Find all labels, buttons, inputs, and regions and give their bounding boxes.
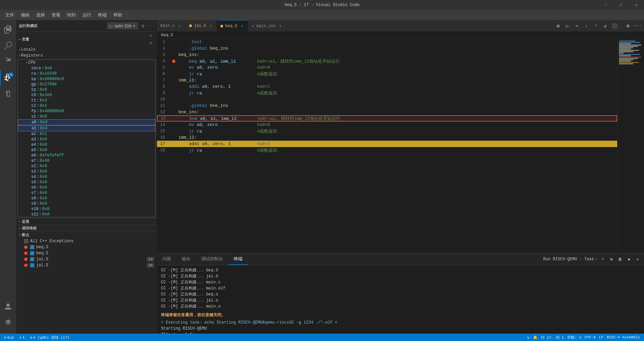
menu-help[interactable]: 帮助 [111,11,125,19]
tab-main-c[interactable]: main.c ✕ [157,20,186,31]
status-bell-icon[interactable]: 🔔 [532,335,539,340]
panel-tab-terminal[interactable]: 终端 [228,254,248,265]
panel-split-icon[interactable]: ⊞ [608,256,615,263]
register-row-t1[interactable]: t1:0x3 [18,98,155,103]
cpu-section-header[interactable]: ▾ CPU [18,60,155,66]
register-row-s7[interactable]: s7:0x0 [18,190,155,196]
tab-beq-s[interactable]: beq.S ✕ [217,20,248,31]
register-row-zero[interactable]: zero:0x0 [18,66,155,71]
extensions-icon[interactable] [0,86,16,102]
register-row-sp[interactable]: sp:0x408006c0 [18,76,155,82]
register-row-s1[interactable]: s1:0x0 [18,114,155,119]
register-row-gp[interactable]: gp:0x27940 [18,82,155,87]
debug-settings-icon[interactable]: ⚙ [140,22,146,29]
status-bp-count[interactable]: ✕ 1 [18,335,26,340]
close-button[interactable]: ✕ [629,0,644,10]
registers-section-header[interactable]: ▾ Registers [16,53,157,59]
register-row-tp[interactable]: tp:0x0 [18,87,155,92]
register-row-ra[interactable]: ra:0x10248 [18,71,155,76]
register-row-a1[interactable]: a1:0x4 [18,125,155,131]
tab-main-ins-close[interactable]: ✕ [278,23,283,28]
debug-icon[interactable]: 1 [0,70,16,86]
register-row-s10[interactable]: s10:0x0 [18,206,155,212]
register-row-a5[interactable]: a5:0x0 [18,147,155,153]
debug-play-button[interactable]: ▷ (gdb) 启动 ▼ [107,22,138,29]
debug-more-icon[interactable]: ··· [148,22,154,29]
register-row-t0[interactable]: t0:0x3e8 [18,92,155,98]
register-row-s3[interactable]: s3:0x0 [18,169,155,174]
bp-item-jal-2[interactable]: ✓ jal.S 16 [16,262,157,268]
menu-select[interactable]: 选择 [34,11,48,19]
bp-item-all-exceptions[interactable]: ✓ All C++ Exceptions [16,238,157,244]
variables-section-header[interactable]: ▾ 变量 + ↻ [16,32,157,47]
menu-terminal[interactable]: 终端 [95,11,109,19]
register-row-s8[interactable]: s8:0x0 [18,196,155,201]
menu-run[interactable]: 运行 [80,11,94,19]
register-row-a0[interactable]: a0:0x3 [18,119,155,125]
register-row-s4[interactable]: s4:0x0 [18,174,155,180]
debug-stepinto-icon[interactable]: ↓ [582,22,590,30]
panel-tab-problems[interactable]: 问题 [157,254,176,265]
register-row-a4[interactable]: a4:0x0 [18,142,155,147]
add-var-icon[interactable]: + [148,32,154,39]
register-row-s5[interactable]: s5:0x0 [18,180,155,185]
watch-label-row[interactable]: ▸ 监视 [16,218,157,225]
callstack-label-row[interactable]: ▸ 调用堆栈 [16,225,157,231]
register-row-a2[interactable]: a2:0x1 [18,131,155,137]
status-line-ending[interactable]: LF [598,335,605,339]
status-language[interactable]: RISC-V Assembly [605,335,641,339]
tab-main-c-close[interactable]: ✕ [177,23,182,28]
status-line-info[interactable]: 行 17, 列 1 [540,335,565,340]
status-sync-icon[interactable]: ↻ [526,335,531,340]
bp-item-jal-1[interactable]: ✓ jal.S 13 [16,256,157,262]
refresh-var-icon[interactable]: ↻ [148,39,154,46]
bp-item-beq-1[interactable]: ✓ beq.S [16,244,157,250]
minimize-button[interactable]: − [598,0,613,10]
account-icon[interactable] [0,299,16,315]
panel-tab-debug-console[interactable]: 调试控制台 [196,254,228,265]
menu-view[interactable]: 查看 [49,11,63,19]
debug-restart-icon[interactable]: ↺ [601,22,609,30]
tab-jal-s[interactable]: jal.S ✕ [186,20,217,31]
tab-main-ins[interactable]: ✦ main.ins ✕ [248,20,287,31]
debug-stepover-icon[interactable]: ↷ [573,22,581,30]
status-debug-session[interactable]: ⊙ ⊙ (gdb) 启动 (17) [29,335,71,340]
panel-add-icon[interactable]: + [599,256,606,263]
panel-maximize-icon[interactable]: ▲ [625,256,633,263]
tab-jal-s-close[interactable]: ✕ [208,23,213,28]
status-space-info[interactable]: 空格: 4 [566,335,583,340]
source-control-icon[interactable] [0,54,16,70]
register-row-a6[interactable]: a6:0xfefefeff [18,153,155,158]
debug-stop-icon[interactable]: ⬛ [610,22,619,30]
tab-beq-s-close[interactable]: ✕ [239,23,245,29]
register-row-t2[interactable]: t2:0x1 [18,103,155,109]
register-row-s11[interactable]: s11:0x0 [18,212,155,217]
maximize-button[interactable]: □ [613,0,629,10]
panel-tab-output[interactable]: 输出 [176,254,196,265]
debug-stepout-icon[interactable]: ↑ [592,22,600,30]
settings-icon[interactable] [0,315,16,331]
debug-config-icon[interactable]: ⚙ [554,22,562,30]
code-editor[interactable]: 1 .text 2 .global beq_ins 3 beq_ins: [157,39,617,253]
panel-delete-icon[interactable]: 🗑 [616,256,624,263]
more-actions-icon[interactable]: ··· [633,22,641,30]
menu-edit[interactable]: 编辑 [18,11,32,19]
status-encoding[interactable]: UTF-8 [583,335,597,339]
split-editor-icon[interactable]: ⊞ [624,22,632,30]
locals-section-header[interactable]: ▾ Locals [16,47,157,53]
bp-item-beq-2[interactable]: ✓ beq.S [16,250,157,256]
explorer-icon[interactable] [0,21,16,38]
breakpoints-label-row[interactable]: ▾ 断点 [16,232,157,238]
debug-continue-icon[interactable]: ▷ [564,22,572,30]
register-row-s9[interactable]: s9:0x0 [18,201,155,206]
register-row-a7[interactable]: a7:0x40 [18,158,155,163]
register-row-s6[interactable]: s6:0x0 [18,185,155,190]
search-icon[interactable] [0,38,16,54]
register-row-s2[interactable]: s2:0x0 [18,163,155,169]
register-row-fp[interactable]: fp:0x408006e0 [18,109,155,114]
status-debug-info[interactable]: ⊘ 0△0 [3,335,15,340]
menu-file[interactable]: 文件 [3,11,17,19]
menu-goto[interactable]: 转到 [64,11,78,19]
terminal[interactable]: CC -[M] 正在构建... beq.S CC -[M] 正在构建... ja… [157,265,644,334]
panel-close-icon[interactable]: ✕ [634,256,641,263]
